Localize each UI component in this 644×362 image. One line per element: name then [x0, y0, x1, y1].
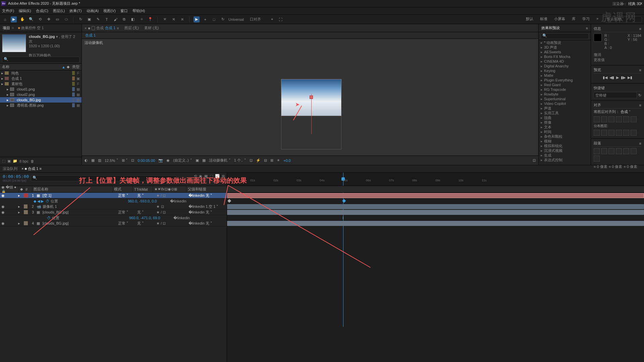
pen-tool-icon[interactable]: ✎ — [95, 16, 101, 22]
align-vcenter-icon[interactable] — [623, 116, 629, 122]
tab-render-queue[interactable]: 渲染队列 — [3, 165, 17, 173]
next-frame-icon[interactable]: ▮▶ — [621, 75, 626, 80]
fast-preview-icon[interactable]: ⚡ — [256, 158, 261, 163]
project-item[interactable]: ▸透明底-图标.png▦ — [0, 103, 82, 108]
timeline-icon[interactable]: ⊟ — [264, 158, 267, 163]
effect-category[interactable]: ▸表达式控制 — [539, 158, 591, 162]
effect-category[interactable]: ▸抠像 — [539, 120, 591, 125]
menu-view[interactable]: 视图(V) — [103, 8, 116, 13]
effect-category[interactable]: ▸时间 — [539, 129, 591, 134]
viewer-tab-footage[interactable]: 素材 (无) — [144, 25, 159, 31]
menu-layer[interactable]: 图层(L) — [53, 8, 65, 13]
home-tool-icon[interactable]: ⌂ — [2, 16, 8, 22]
align-target-select[interactable]: 合成 — [621, 110, 628, 114]
tab-project[interactable]: 项目 ≡ — [3, 24, 14, 32]
comp-frame[interactable] — [281, 79, 341, 116]
orbit-tool-icon[interactable]: ⟲ — [37, 16, 43, 22]
workspace-learn[interactable]: 学习 — [582, 16, 590, 22]
delete-icon[interactable]: 🗑 — [31, 159, 34, 163]
col-name[interactable]: 名称 — [2, 64, 62, 69]
resolution-select[interactable]: (自定义..) ˅ — [173, 158, 192, 163]
loop-icon[interactable]: ↻ — [220, 16, 226, 22]
camera-tool-icon[interactable]: ▣ — [86, 16, 92, 22]
para-justify-center-icon[interactable] — [623, 148, 629, 154]
para-justify-all-icon[interactable] — [594, 156, 600, 162]
workspace-library[interactable]: 库 — [572, 16, 576, 22]
snap-3d-icon[interactable]: ⛶ — [278, 16, 284, 22]
workspace-default[interactable]: 默认 — [526, 16, 533, 22]
add-icon[interactable]: + — [202, 16, 208, 22]
col-type[interactable]: 类型 — [72, 64, 79, 69]
local-axis-icon[interactable]: ⤧ — [162, 16, 168, 22]
workspace-standard[interactable]: 标准 — [540, 16, 547, 22]
eraser-tool-icon[interactable]: ◧ — [130, 16, 136, 22]
shy-icon[interactable]: ⟲ — [194, 174, 197, 178]
toggle-guides-icon[interactable]: ⊡ — [131, 158, 134, 163]
new-comp-icon[interactable]: ▣ — [7, 159, 11, 163]
menu-file[interactable]: 文件(F) — [2, 8, 14, 13]
selection-tool-icon[interactable]: ▶ — [11, 16, 17, 22]
mask-icon[interactable]: ▥ — [98, 158, 101, 163]
snap-label[interactable]: 口对齐 — [250, 17, 261, 22]
first-frame-icon[interactable]: ▮◀ — [603, 75, 607, 80]
project-search-input[interactable]: 🔍 — [2, 57, 79, 63]
lock-icon[interactable] — [92, 26, 95, 30]
play-icon[interactable]: ▶ — [194, 16, 200, 22]
exposure-value[interactable]: +0.0 — [283, 159, 291, 163]
layer-track-bar[interactable] — [227, 221, 644, 226]
dist-2-icon[interactable] — [601, 130, 607, 136]
effect-category[interactable]: ▸CINEMA 4D — [539, 59, 591, 64]
time-ruler[interactable]: 00s01s02s03s04s05s06s07s08s09s10s11s — [227, 173, 644, 186]
new-folder-icon[interactable]: 📁 — [13, 159, 17, 163]
renderer-select[interactable]: 经典 3D — [628, 2, 641, 6]
effect-category[interactable]: ▸Boris FX Mocha — [539, 54, 591, 59]
effect-category[interactable]: ▸* 动画预设 — [539, 40, 591, 45]
property-row[interactable]: ◆ ◀ ▶⏱位置960.0, -593.0, 0.0�linkedin — [0, 198, 227, 204]
viewer-tab-layer[interactable]: 图层 (无) — [124, 25, 139, 31]
effect-category[interactable]: ▸Rowbyte — [539, 92, 591, 97]
motionblur-icon[interactable]: ⬚ — [210, 174, 213, 178]
effect-category[interactable]: ▸文本 — [539, 125, 591, 129]
exposure-reset-icon[interactable]: ☀ — [277, 158, 280, 163]
timeline-search-input[interactable]: 🔍 — [31, 175, 176, 181]
dist-6-icon[interactable] — [631, 130, 637, 136]
align-left-icon[interactable] — [594, 116, 600, 122]
views-select[interactable]: 1 个.. ˅ — [234, 158, 246, 163]
type-tool-icon[interactable]: T — [104, 16, 110, 22]
dist-5-icon[interactable] — [623, 130, 629, 136]
comp-breadcrumb[interactable]: 合成 1 — [85, 33, 96, 38]
menu-composition[interactable]: 合成(C) — [36, 8, 48, 13]
project-item[interactable]: ▸cloud2.png▦ — [0, 92, 82, 97]
effect-category[interactable]: ▸声道 — [539, 106, 591, 111]
grid-icon[interactable]: ⊞ ˅ — [122, 158, 128, 163]
snapshot-icon[interactable]: 📷 — [158, 158, 163, 163]
last-frame-icon[interactable]: ▶▮ — [628, 75, 632, 80]
property-row[interactable]: ⏱位置960.0, -471.0, 69.0�linkedin — [0, 215, 227, 221]
effect-category[interactable]: ▸Matte — [539, 73, 591, 78]
workspace-small[interactable]: 小屏幕 — [554, 16, 565, 22]
align-top-icon[interactable] — [616, 116, 622, 122]
shortcut-reset-icon[interactable]: ↻ — [638, 93, 641, 98]
search-help-input[interactable]: 搜索帮助 — [605, 16, 642, 22]
rotate-tool-icon[interactable]: ↻ — [77, 16, 84, 22]
hand-tool-icon[interactable]: ✋ — [19, 16, 25, 22]
para-align-right-icon[interactable] — [608, 148, 614, 154]
para-justify-right-icon[interactable] — [631, 148, 637, 154]
roto-tool-icon[interactable]: ✧ — [139, 16, 145, 22]
align-right-icon[interactable] — [608, 116, 614, 122]
roi-icon[interactable]: ▣ — [196, 158, 199, 163]
rectangle-tool-icon[interactable]: ▭ — [54, 16, 60, 22]
brainstorm-icon[interactable]: ⊞ — [222, 174, 225, 178]
transparency-icon[interactable]: ▦ — [202, 158, 206, 163]
layer-track-bar[interactable] — [227, 210, 644, 215]
menu-window[interactable]: 窗口 — [120, 8, 128, 13]
menu-animation[interactable]: 动画(A) — [87, 8, 99, 13]
draft3d-icon[interactable]: ⊡ — [533, 158, 536, 163]
channel-icon[interactable]: ◉ — [166, 158, 170, 163]
effect-category[interactable]: ▸扭曲 — [539, 115, 591, 120]
zoom-select[interactable]: 12.5% ˅ — [105, 158, 118, 163]
tab-effects-presets[interactable]: 效果和预设 — [541, 24, 560, 32]
play-preview-icon[interactable]: ▶ — [616, 75, 619, 80]
align-bottom-icon[interactable] — [631, 116, 637, 122]
res-icon[interactable]: ▦ — [91, 158, 95, 163]
